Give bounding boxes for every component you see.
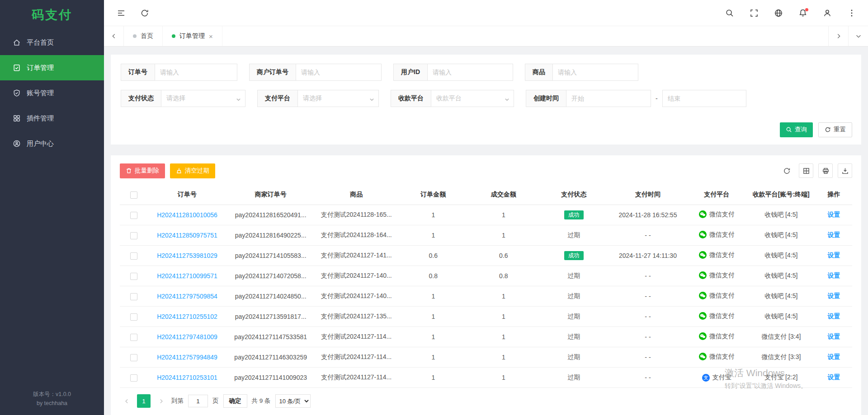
user-id-input[interactable] [427,64,513,81]
orders-table: 订单号 商家订单号 商品 订单金额 成交金额 支付状态 支付时间 支付平台 收款… [120,185,852,388]
row-checkbox[interactable] [130,232,137,239]
grid-icon [13,114,21,122]
sidebar-item-orders[interactable]: 订单管理 [0,55,104,80]
user-circle-icon [13,140,21,148]
order-no-link[interactable]: H2024112710255102 [157,313,217,320]
pay-status-select[interactable]: 请选择 [161,90,245,107]
search-icon[interactable] [725,9,734,18]
product-input[interactable] [552,64,638,81]
col-receive-platform: 收款平台[账号:终端] [747,185,816,205]
jump-page-input[interactable] [188,395,208,407]
settings-link[interactable]: 设置 [827,252,840,259]
columns-filter-icon[interactable] [799,163,813,178]
order-no-link[interactable]: H2024112810010056 [157,211,217,219]
platform-icon: 支 [699,332,707,340]
product-name: 支付测试20241127-140... [321,292,392,299]
wechat-pay-icon [699,312,707,320]
settings-link[interactable]: 设置 [827,272,840,279]
sidebar-item-user-center[interactable]: 用户中心 [0,131,104,156]
table-row: H2024112810010056 pay2024112816520491...… [120,205,852,225]
settings-link[interactable]: 设置 [827,353,840,360]
merchant-no-input[interactable] [296,64,382,81]
row-checkbox[interactable] [130,273,137,280]
user-avatar-icon[interactable] [823,9,832,18]
start-date-input[interactable] [566,90,651,107]
batch-delete-button[interactable]: 批量删除 [120,163,165,178]
order-amount: 0.8 [429,272,438,280]
sidebar-item-accounts[interactable]: 账号管理 [0,80,104,106]
order-no-link[interactable]: H2024112710253101 [157,374,217,381]
tab-close-icon[interactable]: × [209,33,213,40]
sidebar-item-home[interactable]: 平台首页 [0,30,104,55]
tabs-menu-dropdown[interactable] [848,26,868,46]
tab-home[interactable]: 首页 [124,26,163,46]
fullscreen-icon[interactable] [750,9,759,18]
row-checkbox[interactable] [130,212,137,219]
order-no-link[interactable]: H2024112797509854 [157,293,217,300]
filter-label: 支付状态 [121,90,161,107]
sidebar-item-plugins[interactable]: 插件管理 [0,106,104,131]
order-no-input[interactable] [155,64,237,81]
wechat-pay-icon [699,271,707,279]
merchant-order-no: pay2024112816520491... [235,211,307,219]
sidebar-item-label: 账号管理 [27,89,54,98]
row-checkbox[interactable] [130,313,137,321]
row-checkbox[interactable] [130,374,137,382]
filter-label: 订单号 [121,64,155,81]
row-checkbox[interactable] [130,293,137,300]
tab-orders[interactable]: 订单管理 × [163,26,222,46]
export-icon[interactable] [838,163,852,178]
settings-link[interactable]: 设置 [827,333,840,340]
reset-button[interactable]: 重置 [818,122,852,137]
language-globe-icon[interactable] [774,9,783,18]
refresh-page-icon[interactable] [140,9,149,18]
order-no-link[interactable]: H2024112753981029 [157,252,217,259]
jump-confirm-button[interactable]: 确定 [223,394,247,408]
order-amount: 1 [431,313,435,320]
notifications-bell-icon[interactable] [798,9,807,18]
page-size-select[interactable]: 10 条/页 [275,394,311,408]
search-button[interactable]: 查询 [780,122,813,137]
clear-expired-button[interactable]: 清空过期 [170,163,215,178]
col-action: 操作 [816,185,852,205]
merchant-order-no: pay2024112714072058... [235,272,307,280]
settings-link[interactable]: 设置 [827,312,840,320]
page-number-current[interactable]: 1 [137,394,151,408]
pay-time: 2024-11-27 14:11:30 [619,252,677,259]
collapse-sidebar-icon[interactable] [117,9,126,18]
order-amount: 1 [431,293,435,300]
row-checkbox[interactable] [130,354,137,361]
order-no-link[interactable]: H2024112797481009 [157,333,217,340]
pagination: 1 到第 页 确定 共 9 条 10 条/页 [120,388,852,415]
more-menu-icon[interactable] [847,9,856,18]
order-no-link[interactable]: H2024112757994849 [157,354,217,361]
order-no-link[interactable]: H2024112710099571 [157,272,217,280]
settings-link[interactable]: 设置 [827,231,840,238]
tabs-scroll-left[interactable] [104,26,124,46]
tabs-scroll-right[interactable] [828,26,848,46]
receive-platform-select[interactable]: 收款平台 [431,90,514,107]
chevron-down-icon [236,96,241,101]
prev-page-icon[interactable] [121,395,132,407]
status-badge: 过期 [567,373,580,381]
settings-link[interactable]: 设置 [827,211,840,218]
table-header-row: 订单号 商家订单号 商品 订单金额 成交金额 支付状态 支付时间 支付平台 收款… [120,185,852,205]
next-page-icon[interactable] [155,395,167,407]
print-icon[interactable] [818,163,833,178]
order-no-link[interactable]: H2024112850975751 [157,232,217,239]
row-checkbox[interactable] [130,334,137,341]
paid-amount: 0.6 [499,252,508,259]
col-amount: 订单金额 [398,185,469,205]
total-count: 共 9 条 [252,397,271,405]
end-date-input[interactable] [662,90,746,107]
table-row: H2024112710255102 pay2024112713591817...… [120,307,852,327]
pay-platform-select[interactable]: 请选择 [297,90,379,107]
settings-link[interactable]: 设置 [827,292,840,299]
settings-link[interactable]: 设置 [827,373,840,381]
orders-tbody: H2024112810010056 pay2024112816520491...… [120,205,852,388]
select-all-checkbox[interactable] [130,191,137,199]
row-checkbox[interactable] [130,252,137,260]
order-amount: 1 [431,211,435,219]
table-row: H2024112710253101 pay202411271141009023 … [120,368,852,388]
table-refresh-icon[interactable] [779,163,794,178]
